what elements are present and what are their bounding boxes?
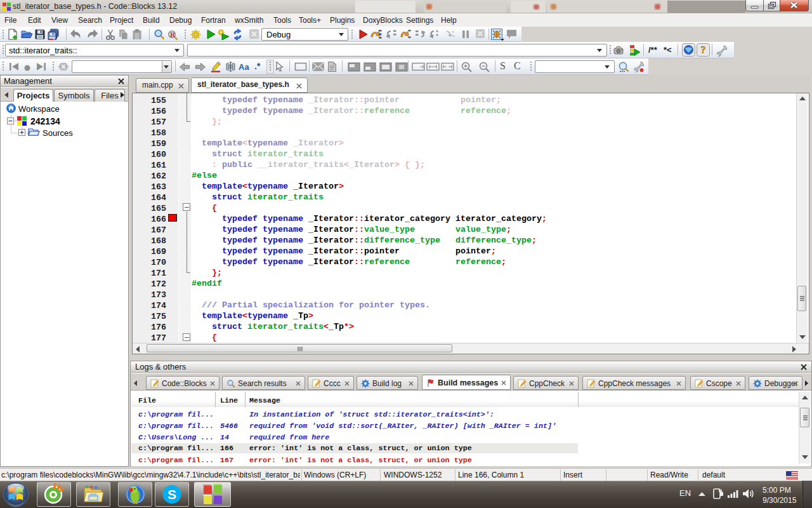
svg-text:R: R (170, 30, 176, 38)
svg-text:S: S (167, 487, 176, 502)
svg-text:?: ? (701, 44, 706, 55)
